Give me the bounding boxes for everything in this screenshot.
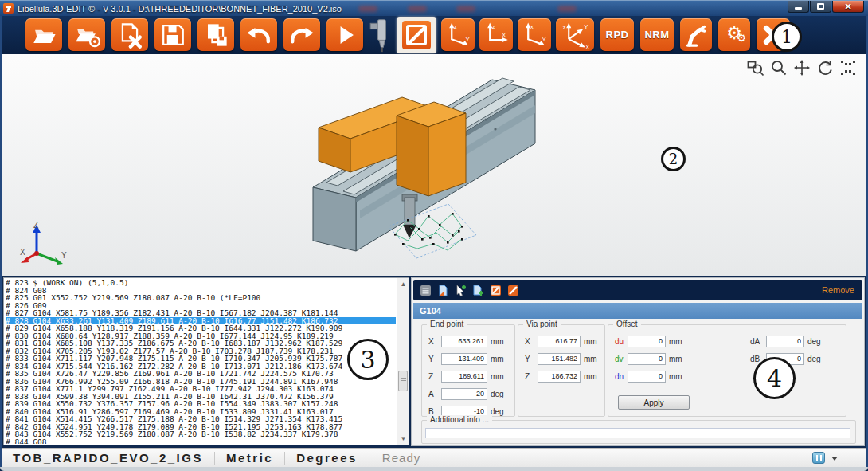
properties-panel: Remove G104 End point X mm Y mm Z mm A: [411, 277, 865, 446]
end-point-x-input[interactable]: [441, 336, 487, 347]
code-line[interactable]: # 844 G08: [6, 438, 396, 445]
field-label: B: [428, 407, 441, 416]
apply-button[interactable]: Apply: [618, 395, 690, 410]
offset-dn-input[interactable]: [628, 371, 666, 383]
save-as-button[interactable]: [197, 18, 234, 51]
status-message: Ready: [369, 451, 433, 465]
edit-mode-icon: [402, 21, 431, 49]
field-label: Y: [525, 355, 538, 363]
additional-info-legend: Additional info ...: [427, 415, 492, 424]
robot-arm-button[interactable]: [680, 18, 712, 51]
blurred-mark: [456, 6, 475, 12]
list-icon[interactable]: [420, 285, 432, 296]
maximize-button[interactable]: [810, 1, 831, 13]
window-border: [0, 16, 2, 467]
end-point-z-input[interactable]: [441, 371, 487, 383]
redo-button[interactable]: [283, 18, 320, 51]
status-bar: TOB_RAPIDO_EVO_2_IGS Metric Degrees Read…: [2, 448, 866, 467]
app-logo-icon: [3, 3, 14, 14]
nrm-button[interactable]: NRM: [640, 18, 674, 51]
remove-button[interactable]: Remove: [822, 285, 854, 295]
edit-alt-icon[interactable]: [507, 285, 519, 296]
view-plane-xy-button[interactable]: [518, 18, 551, 51]
pan-icon[interactable]: [793, 59, 811, 77]
end-point-legend: End point: [427, 320, 467, 328]
view-iso-button[interactable]: [556, 18, 594, 51]
field-label: Z: [428, 372, 441, 381]
view-controls: [747, 59, 857, 77]
via-point-legend: Via point: [523, 320, 561, 328]
via-point-z-input[interactable]: [538, 371, 581, 383]
field-label: X: [525, 337, 538, 346]
code-line[interactable]: # 843 G104 X552.752 Y219.569 Z180.087 A-…: [6, 430, 396, 438]
window-border-bottom: [0, 467, 868, 471]
offset-fieldset: Offset du mm dv mm dn mm dA deg: [608, 324, 846, 417]
close-icon: ✕: [844, 2, 851, 12]
zoom-icon[interactable]: [770, 59, 788, 77]
scrollbar-thumb[interactable]: [398, 371, 408, 391]
select-icon[interactable]: [455, 285, 467, 296]
window-title: Libellula.3D-EDIT © - V 3.0.1 - D:\THREE…: [18, 4, 342, 14]
end-point-fieldset: End point X mm Y mm Z mm A deg: [421, 324, 515, 417]
panel-toolbar: Remove: [413, 280, 862, 300]
run-button[interactable]: [326, 18, 363, 51]
end-point-y-input[interactable]: [441, 353, 487, 365]
annotation-3: 3: [347, 339, 389, 380]
offset-legend: Offset: [613, 320, 641, 328]
rotate-view-icon[interactable]: [816, 59, 834, 77]
save-button[interactable]: [154, 18, 191, 51]
listing-scrollbar[interactable]: ▲ ▼: [397, 278, 409, 445]
field-label: A: [428, 390, 441, 398]
viewport-3d[interactable]: Z Y X: [2, 54, 866, 276]
info-icon[interactable]: [812, 452, 825, 464]
open-file-options-button[interactable]: [68, 18, 105, 51]
via-point-x-input[interactable]: [538, 336, 581, 347]
edit-icon[interactable]: [490, 285, 502, 296]
open-file-button[interactable]: [25, 18, 62, 51]
close-file-button[interactable]: [111, 18, 148, 51]
fit-view-icon[interactable]: [839, 59, 857, 77]
gcode-lines: # 823 $ (WORK ON) (5,1,0.5)# 824 G08# 82…: [6, 279, 396, 444]
undo-button[interactable]: [240, 18, 277, 51]
offset-du-input[interactable]: [628, 336, 666, 347]
rpd-label: RPD: [606, 29, 629, 41]
triad-x-label: X: [20, 248, 25, 257]
blurred-mark: [557, 6, 577, 12]
gears-icon: ⚙⚙: [726, 25, 742, 42]
close-button[interactable]: ✕: [832, 1, 864, 13]
nrm-label: NRM: [644, 29, 669, 41]
rpd-button[interactable]: RPD: [600, 18, 634, 51]
end-point-a-input[interactable]: [441, 388, 487, 400]
blurred-mark: [408, 6, 427, 12]
title-bar: Libellula.3D-EDIT © - V 3.0.1 - D:\THREE…: [0, 0, 868, 16]
scroll-down-arrow[interactable]: ▼: [397, 433, 409, 445]
zoom-window-icon[interactable]: [747, 59, 764, 77]
scroll-up-arrow[interactable]: ▲: [397, 278, 409, 290]
main-toolbar: RPD NRM ⚙⚙: [2, 16, 866, 54]
gcode-block-header: G104: [413, 303, 862, 319]
blurred-mark: [358, 6, 377, 12]
offset-dv-input[interactable]: [628, 353, 666, 365]
status-file-name: TOB_RAPIDO_EVO_2_IGS: [2, 451, 214, 465]
field-label-du: du: [615, 337, 628, 346]
dropdown-arrow-icon[interactable]: [831, 457, 838, 461]
code-line[interactable]: # 825 G01 X552.752 Y219.569 Z180.087 A-2…: [6, 294, 396, 302]
application-window: z Y z x x Y z: [0, 0, 868, 471]
status-angle-units: Degrees: [285, 451, 369, 465]
edit-mode-toggle-button[interactable]: [397, 17, 436, 53]
annotation-1: 1: [772, 22, 802, 52]
additional-info-input[interactable]: [425, 428, 850, 438]
minimize-button[interactable]: [788, 1, 809, 13]
annotation-2: 2: [661, 147, 686, 171]
field-label-da: dA: [750, 337, 766, 346]
settings-gears-button[interactable]: ⚙⚙: [718, 18, 750, 51]
document-icon[interactable]: [437, 285, 449, 296]
view-plane-zy-button[interactable]: [441, 18, 475, 51]
add-document-icon[interactable]: [472, 285, 484, 296]
axis-triad: Z Y X: [19, 220, 70, 266]
offset-da-input[interactable]: [766, 336, 804, 347]
via-point-y-input[interactable]: [538, 353, 581, 365]
additional-info-fieldset: Additional info ...: [421, 420, 856, 444]
view-plane-zx-button[interactable]: [479, 18, 513, 51]
code-line[interactable]: # 823 $ (WORK ON) (5,1,0.5): [6, 279, 396, 287]
